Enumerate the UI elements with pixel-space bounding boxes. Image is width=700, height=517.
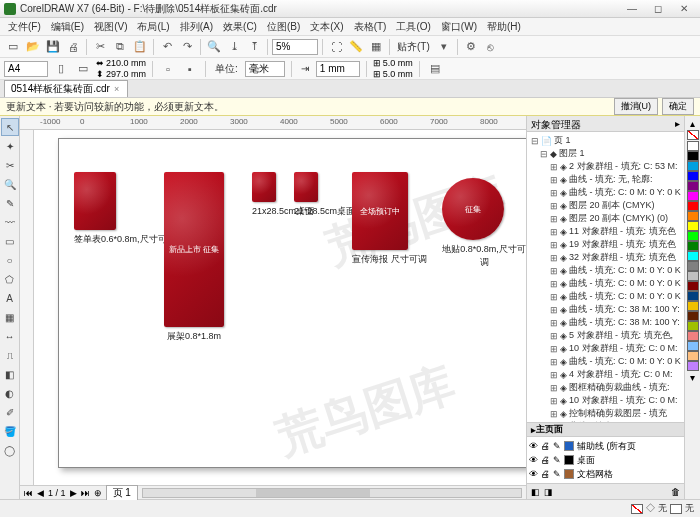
menu-bitmap[interactable]: 位图(B): [263, 19, 304, 35]
color-swatch[interactable]: [687, 321, 699, 331]
transparency-icon[interactable]: ◐: [1, 384, 19, 402]
tree-item[interactable]: ⊞◈ 曲线 - 填充: C: 0 M: 0 Y: 0 K: [529, 355, 682, 368]
undo-button[interactable]: 撤消(U): [614, 98, 659, 115]
tree-item[interactable]: ⊞◈ 10 对象群组 - 填充: C: 0 M:: [529, 394, 682, 407]
artwork-floor[interactable]: 征集地贴0.8*0.8m,尺寸可调: [442, 178, 526, 269]
tree-item[interactable]: ⊞◈ 曲线 - 填充: C: 0 M: 0 Y: 0 K: [529, 264, 682, 277]
color-swatch[interactable]: [687, 211, 699, 221]
object-tree[interactable]: ⊟📄 页 1 ⊟◆ 图层 1 ⊞◈ 2 对象群组 - 填充: C: 53 M:⊞…: [527, 132, 684, 422]
page-add-icon[interactable]: ⊕: [94, 488, 102, 498]
tree-item[interactable]: ⊞◈ 19 对象群组 - 填充: 填充色: [529, 238, 682, 251]
artwork-price[interactable]: 签单表0.6*0.8m,尺寸可调: [74, 172, 176, 246]
menu-edit[interactable]: 编辑(E): [47, 19, 88, 35]
cut-icon[interactable]: ✂: [91, 38, 109, 56]
maximize-button[interactable]: ◻: [646, 2, 670, 16]
pick-tool-icon[interactable]: ↖: [1, 118, 19, 136]
color-swatch[interactable]: [687, 301, 699, 311]
import-icon[interactable]: ⤓: [225, 38, 243, 56]
tree-item[interactable]: ⊞◈ 图层 20 副本 (CMYK) (0): [529, 212, 682, 225]
menu-file[interactable]: 文件(F): [4, 19, 45, 35]
artistic-media-icon[interactable]: 〰: [1, 213, 19, 231]
minimize-button[interactable]: —: [620, 2, 644, 16]
color-swatch[interactable]: [687, 261, 699, 271]
page-icon[interactable]: ▫: [159, 60, 177, 78]
units-input[interactable]: [245, 61, 285, 77]
zoom-tool-icon[interactable]: 🔍: [1, 175, 19, 193]
search-icon[interactable]: 🔍: [205, 38, 223, 56]
color-swatch[interactable]: [687, 281, 699, 291]
page-last-icon[interactable]: ⏭: [81, 488, 90, 498]
page-next-icon[interactable]: ▶: [70, 488, 77, 498]
tree-item[interactable]: ⊞◈ 曲线 - 填充: C: 38 M: 100 Y:: [529, 303, 682, 316]
eyedropper-icon[interactable]: ✐: [1, 403, 19, 421]
snap-dropdown-icon[interactable]: ▾: [435, 38, 453, 56]
crop-tool-icon[interactable]: ✂: [1, 156, 19, 174]
artwork-s2[interactable]: 21*28.5cm桌面: [294, 172, 355, 218]
tree-item[interactable]: ⊞◈ 曲线 - 填充: C: 0 M: 0 Y: 0 K: [529, 277, 682, 290]
grid-icon[interactable]: ▦: [367, 38, 385, 56]
tree-item[interactable]: ⊞◈ 2 对象群组 - 填充: C: 53 M:: [529, 160, 682, 173]
ok-button[interactable]: 确定: [662, 98, 694, 115]
effects-tool-icon[interactable]: ◧: [1, 365, 19, 383]
outline-swatch[interactable]: [670, 504, 682, 514]
tree-item[interactable]: ⊞◈ 曲线 - 填充: C: 38 M: 100 Y:: [529, 316, 682, 329]
zoom-input[interactable]: [272, 39, 318, 55]
table-tool-icon[interactable]: ▦: [1, 308, 19, 326]
color-swatch[interactable]: [687, 161, 699, 171]
menu-arrange[interactable]: 排列(A): [176, 19, 217, 35]
document-options-icon[interactable]: ▤: [426, 60, 444, 78]
color-swatch[interactable]: [687, 151, 699, 161]
paste-icon[interactable]: 📋: [131, 38, 149, 56]
color-swatch[interactable]: [687, 221, 699, 231]
layer-row[interactable]: 👁🖨✎辅助线 (所有页: [529, 439, 682, 453]
page-prev-icon[interactable]: ◀: [37, 488, 44, 498]
connector-tool-icon[interactable]: ⎍: [1, 346, 19, 364]
text-tool-icon[interactable]: A: [1, 289, 19, 307]
paper-size-input[interactable]: [4, 61, 48, 77]
close-button[interactable]: ✕: [672, 2, 696, 16]
document-tab[interactable]: 0514样板征集砖面.cdr ×: [4, 80, 128, 97]
tree-item[interactable]: ⊞◈ 10 对象群组 - 填充: C: 0 M:: [529, 342, 682, 355]
copy-icon[interactable]: ⧉: [111, 38, 129, 56]
layer-row[interactable]: 👁🖨✎桌面: [529, 453, 682, 467]
layer-row[interactable]: 👁🖨✎文档网格: [529, 467, 682, 481]
color-swatch[interactable]: [687, 271, 699, 281]
menu-tools[interactable]: 工具(O): [392, 19, 434, 35]
color-swatch[interactable]: [687, 171, 699, 181]
tree-item[interactable]: ⊞◈ 4 对象群组 - 填充: C: 0 M:: [529, 368, 682, 381]
color-swatch[interactable]: [687, 341, 699, 351]
ellipse-tool-icon[interactable]: ○: [1, 251, 19, 269]
page-all-icon[interactable]: ▪: [181, 60, 199, 78]
dimension-tool-icon[interactable]: ↔: [1, 327, 19, 345]
new-layer-icon[interactable]: ◧: [531, 487, 540, 497]
artwork-poster[interactable]: 全场预订中宣传海报 尺寸可调: [352, 172, 427, 266]
options-icon[interactable]: ⚙: [462, 38, 480, 56]
menu-effects[interactable]: 效果(C): [219, 19, 261, 35]
menu-help[interactable]: 帮助(H): [483, 19, 525, 35]
freehand-tool-icon[interactable]: ✎: [1, 194, 19, 212]
menu-text[interactable]: 文本(X): [306, 19, 347, 35]
color-swatch[interactable]: [687, 331, 699, 341]
palette-down-icon[interactable]: ▾: [690, 372, 695, 383]
color-swatch[interactable]: [687, 311, 699, 321]
menu-view[interactable]: 视图(V): [90, 19, 131, 35]
panel-menu-icon[interactable]: ▸: [675, 118, 680, 129]
color-swatch[interactable]: [687, 251, 699, 261]
fill-swatch[interactable]: [631, 504, 643, 514]
color-swatch[interactable]: [687, 141, 699, 151]
page-tab[interactable]: 页 1: [106, 485, 138, 500]
tree-item[interactable]: ⊞◈ 5 对象群组 - 填充: 填充色,: [529, 329, 682, 342]
tree-item[interactable]: ⊞◈ 曲线 - 填充: 无, 轮廓:: [529, 173, 682, 186]
snap-label[interactable]: 贴齐(T): [394, 40, 433, 54]
launch-icon[interactable]: ⎋: [482, 38, 500, 56]
tab-close-icon[interactable]: ×: [114, 84, 119, 94]
orientation-portrait-icon[interactable]: ▯: [52, 60, 70, 78]
nudge-input[interactable]: [316, 61, 360, 77]
fullscreen-icon[interactable]: ⛶: [327, 38, 345, 56]
orientation-landscape-icon[interactable]: ▭: [74, 60, 92, 78]
tree-item[interactable]: ⊞◈ 图框精确剪裁曲线 - 填充:: [529, 381, 682, 394]
redo-icon[interactable]: ↷: [178, 38, 196, 56]
color-swatch[interactable]: [687, 201, 699, 211]
tree-item[interactable]: ⊞◈ 曲线 - 填充: C: 0 M: 0 Y: 0 K: [529, 290, 682, 303]
polygon-tool-icon[interactable]: ⬠: [1, 270, 19, 288]
